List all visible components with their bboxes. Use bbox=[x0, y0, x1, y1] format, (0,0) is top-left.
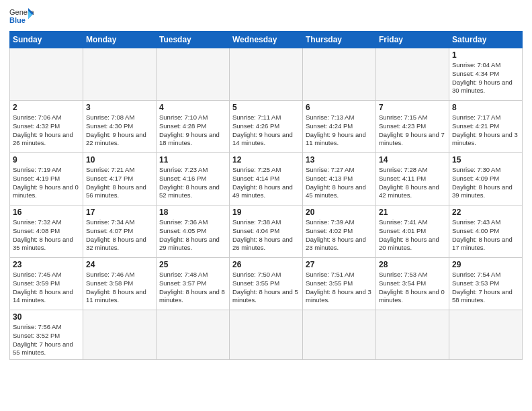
calendar-cell bbox=[303, 310, 376, 360]
day-number: 17 bbox=[86, 208, 153, 217]
day-info: Sunrise: 7:17 AM Sunset: 4:21 PM Dayligh… bbox=[452, 113, 519, 148]
calendar-cell bbox=[157, 48, 230, 101]
calendar-cell: 18Sunrise: 7:36 AM Sunset: 4:05 PM Dayli… bbox=[157, 205, 230, 258]
day-number: 30 bbox=[13, 312, 80, 322]
day-number: 13 bbox=[306, 155, 373, 165]
calendar-cell bbox=[83, 48, 157, 101]
header: General Blue bbox=[9, 7, 523, 26]
day-number: 9 bbox=[13, 155, 80, 165]
day-info: Sunrise: 7:21 AM Sunset: 4:17 PM Dayligh… bbox=[86, 166, 153, 200]
calendar-cell: 15Sunrise: 7:30 AM Sunset: 4:09 PM Dayli… bbox=[449, 153, 523, 205]
day-info: Sunrise: 7:15 AM Sunset: 4:23 PM Dayligh… bbox=[379, 113, 446, 148]
day-number: 14 bbox=[379, 155, 446, 165]
calendar-cell: 4Sunrise: 7:10 AM Sunset: 4:28 PM Daylig… bbox=[157, 101, 230, 153]
day-number: 22 bbox=[452, 208, 519, 217]
calendar-cell: 23Sunrise: 7:45 AM Sunset: 3:59 PM Dayli… bbox=[10, 258, 83, 310]
calendar-cell: 13Sunrise: 7:27 AM Sunset: 4:13 PM Dayli… bbox=[303, 153, 376, 205]
day-number: 8 bbox=[452, 103, 519, 112]
day-number: 29 bbox=[452, 260, 519, 269]
day-number: 27 bbox=[306, 260, 373, 269]
calendar-cell bbox=[10, 48, 83, 101]
day-info: Sunrise: 7:19 AM Sunset: 4:19 PM Dayligh… bbox=[13, 166, 80, 200]
calendar-table: Sunday Monday Tuesday Wednesday Thursday… bbox=[9, 31, 523, 360]
day-info: Sunrise: 7:43 AM Sunset: 4:00 PM Dayligh… bbox=[452, 218, 519, 253]
day-number: 28 bbox=[379, 260, 446, 269]
day-info: Sunrise: 7:25 AM Sunset: 4:14 PM Dayligh… bbox=[232, 166, 300, 200]
day-info: Sunrise: 7:06 AM Sunset: 4:32 PM Dayligh… bbox=[13, 113, 80, 148]
calendar-cell: 10Sunrise: 7:21 AM Sunset: 4:17 PM Dayli… bbox=[83, 153, 157, 205]
col-thursday: Thursday bbox=[303, 32, 376, 48]
day-info: Sunrise: 7:39 AM Sunset: 4:02 PM Dayligh… bbox=[306, 218, 373, 253]
day-number: 1 bbox=[452, 50, 519, 60]
calendar-cell: 9Sunrise: 7:19 AM Sunset: 4:19 PM Daylig… bbox=[10, 153, 83, 205]
day-number: 26 bbox=[232, 260, 300, 269]
calendar-cell bbox=[230, 48, 303, 101]
day-info: Sunrise: 7:13 AM Sunset: 4:24 PM Dayligh… bbox=[306, 113, 373, 148]
calendar-cell: 7Sunrise: 7:15 AM Sunset: 4:23 PM Daylig… bbox=[376, 101, 449, 153]
calendar-cell: 14Sunrise: 7:28 AM Sunset: 4:11 PM Dayli… bbox=[376, 153, 449, 205]
day-number: 11 bbox=[159, 155, 226, 165]
calendar-cell: 20Sunrise: 7:39 AM Sunset: 4:02 PM Dayli… bbox=[303, 205, 376, 258]
calendar-cell: 24Sunrise: 7:46 AM Sunset: 3:58 PM Dayli… bbox=[83, 258, 157, 310]
day-number: 12 bbox=[232, 155, 300, 165]
day-info: Sunrise: 7:10 AM Sunset: 4:28 PM Dayligh… bbox=[159, 113, 226, 148]
logo-area: General Blue bbox=[9, 7, 34, 26]
calendar-cell: 1Sunrise: 7:04 AM Sunset: 4:34 PM Daylig… bbox=[449, 48, 523, 101]
calendar-cell: 28Sunrise: 7:53 AM Sunset: 3:54 PM Dayli… bbox=[376, 258, 449, 310]
day-info: Sunrise: 7:53 AM Sunset: 3:54 PM Dayligh… bbox=[379, 271, 446, 305]
day-number: 23 bbox=[13, 260, 80, 269]
day-number: 16 bbox=[13, 208, 80, 217]
day-number: 18 bbox=[159, 208, 226, 217]
day-number: 2 bbox=[13, 103, 80, 112]
day-number: 19 bbox=[232, 208, 300, 217]
day-info: Sunrise: 7:38 AM Sunset: 4:04 PM Dayligh… bbox=[232, 218, 300, 253]
col-tuesday: Tuesday bbox=[157, 32, 230, 48]
day-info: Sunrise: 7:30 AM Sunset: 4:09 PM Dayligh… bbox=[452, 166, 519, 200]
day-number: 5 bbox=[232, 103, 300, 112]
col-monday: Monday bbox=[83, 32, 157, 48]
calendar-cell bbox=[303, 48, 376, 101]
calendar-cell: 3Sunrise: 7:08 AM Sunset: 4:30 PM Daylig… bbox=[83, 101, 157, 153]
calendar-cell: 25Sunrise: 7:48 AM Sunset: 3:57 PM Dayli… bbox=[157, 258, 230, 310]
calendar-cell: 6Sunrise: 7:13 AM Sunset: 4:24 PM Daylig… bbox=[303, 101, 376, 153]
calendar-cell: 19Sunrise: 7:38 AM Sunset: 4:04 PM Dayli… bbox=[230, 205, 303, 258]
calendar-cell: 8Sunrise: 7:17 AM Sunset: 4:21 PM Daylig… bbox=[449, 101, 523, 153]
calendar-cell bbox=[83, 310, 157, 360]
calendar-cell: 12Sunrise: 7:25 AM Sunset: 4:14 PM Dayli… bbox=[230, 153, 303, 205]
calendar-cell: 30Sunrise: 7:56 AM Sunset: 3:52 PM Dayli… bbox=[10, 310, 83, 360]
col-saturday: Saturday bbox=[449, 32, 523, 48]
day-number: 10 bbox=[86, 155, 153, 165]
calendar-cell: 16Sunrise: 7:32 AM Sunset: 4:08 PM Dayli… bbox=[10, 205, 83, 258]
day-number: 20 bbox=[306, 208, 373, 217]
day-number: 6 bbox=[306, 103, 373, 112]
day-number: 21 bbox=[379, 208, 446, 217]
day-info: Sunrise: 7:50 AM Sunset: 3:55 PM Dayligh… bbox=[232, 271, 300, 305]
day-info: Sunrise: 7:54 AM Sunset: 3:53 PM Dayligh… bbox=[452, 271, 519, 305]
day-number: 4 bbox=[159, 103, 226, 112]
day-info: Sunrise: 7:51 AM Sunset: 3:55 PM Dayligh… bbox=[306, 271, 373, 305]
calendar-cell: 11Sunrise: 7:23 AM Sunset: 4:16 PM Dayli… bbox=[157, 153, 230, 205]
calendar-cell bbox=[230, 310, 303, 360]
page: General Blue Sunday Monday Tuesday Wedne… bbox=[0, 0, 532, 411]
calendar-cell: 26Sunrise: 7:50 AM Sunset: 3:55 PM Dayli… bbox=[230, 258, 303, 310]
calendar-header-row: Sunday Monday Tuesday Wednesday Thursday… bbox=[10, 32, 523, 48]
calendar-cell: 27Sunrise: 7:51 AM Sunset: 3:55 PM Dayli… bbox=[303, 258, 376, 310]
day-info: Sunrise: 7:41 AM Sunset: 4:01 PM Dayligh… bbox=[379, 218, 446, 253]
calendar-cell bbox=[157, 310, 230, 360]
day-number: 7 bbox=[379, 103, 446, 112]
day-info: Sunrise: 7:45 AM Sunset: 3:59 PM Dayligh… bbox=[13, 271, 80, 305]
col-sunday: Sunday bbox=[10, 32, 83, 48]
calendar-cell: 29Sunrise: 7:54 AM Sunset: 3:53 PM Dayli… bbox=[449, 258, 523, 310]
day-number: 15 bbox=[452, 155, 519, 165]
day-number: 3 bbox=[86, 103, 153, 112]
day-info: Sunrise: 7:27 AM Sunset: 4:13 PM Dayligh… bbox=[306, 166, 373, 200]
day-info: Sunrise: 7:28 AM Sunset: 4:11 PM Dayligh… bbox=[379, 166, 446, 200]
day-number: 24 bbox=[86, 260, 153, 269]
calendar-cell: 17Sunrise: 7:34 AM Sunset: 4:07 PM Dayli… bbox=[83, 205, 157, 258]
day-number: 25 bbox=[159, 260, 226, 269]
day-info: Sunrise: 7:11 AM Sunset: 4:26 PM Dayligh… bbox=[232, 113, 300, 148]
day-info: Sunrise: 7:36 AM Sunset: 4:05 PM Dayligh… bbox=[159, 218, 226, 253]
calendar-cell: 22Sunrise: 7:43 AM Sunset: 4:00 PM Dayli… bbox=[449, 205, 523, 258]
generalblue-logo-icon: General Blue bbox=[9, 7, 34, 26]
calendar-cell bbox=[376, 310, 449, 360]
